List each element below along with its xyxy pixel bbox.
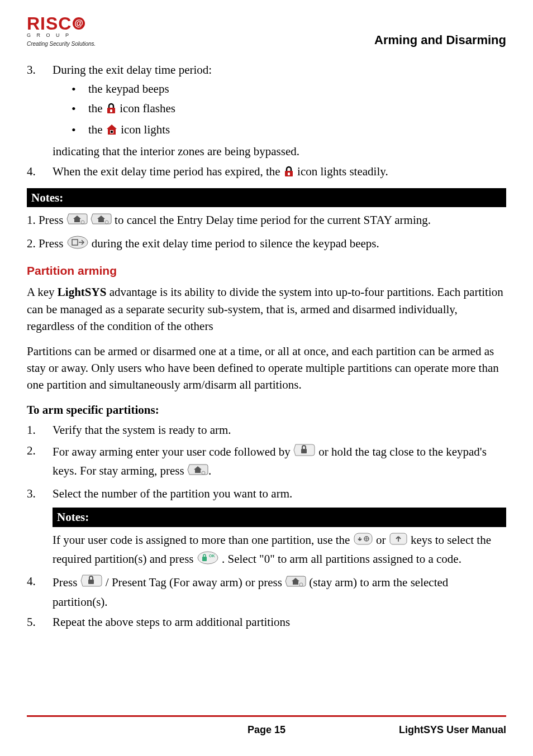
page-footer: Page 15 LightSYS User Manual xyxy=(27,715,506,737)
note-text: during the exit delay time period to sil… xyxy=(92,237,379,250)
notes-heading: Notes: xyxy=(53,508,506,527)
list-text: During the exit delay time period: xyxy=(53,63,212,76)
svg-text:OK: OK xyxy=(209,554,215,558)
list-number: 1. xyxy=(27,422,53,438)
list-text: indicating that the interior zones are b… xyxy=(53,143,506,160)
page-title: Arming and Disarming xyxy=(374,31,506,49)
procedure-list-continued: 3. During the exit delay time period: th… xyxy=(27,61,506,183)
list-number: 3. xyxy=(27,485,53,502)
list-text: Repeat the above steps to arm additional… xyxy=(53,615,290,629)
list-text: Press xyxy=(53,576,80,589)
exit-key-icon xyxy=(66,235,89,254)
logo-text: RISC xyxy=(27,16,72,32)
stay-key-icon xyxy=(66,212,88,231)
svg-rect-16 xyxy=(354,533,372,544)
list-item: 3. Select the number of the partition yo… xyxy=(27,485,506,502)
list-item: 4. Press / Present Tag (For away arm) or… xyxy=(27,573,506,610)
note-text: If your user code is assigned to more th… xyxy=(53,533,353,547)
list-text: the xyxy=(88,123,106,136)
list-number: 5. xyxy=(27,614,53,630)
list-text: the xyxy=(88,102,106,115)
away-arm-key-icon xyxy=(293,442,316,462)
page-number: Page 15 xyxy=(187,722,346,737)
sub-bullet-list: the keypad beeps the icon flashes the xyxy=(72,80,506,140)
list-item: 1. Verify that the system is ready to ar… xyxy=(27,422,506,438)
lock-closed-icon xyxy=(106,102,117,119)
svg-rect-20 xyxy=(202,557,207,561)
list-text: Select the number of the partition you w… xyxy=(53,487,292,500)
footer-rule xyxy=(27,715,506,717)
list-number: 2. xyxy=(27,442,53,482)
page-header: RISC@ G R O U P Creating Security Soluti… xyxy=(27,16,506,49)
list-text: For away arming enter your user code fol… xyxy=(53,445,293,458)
procedure-heading: To arm specific partitions: xyxy=(27,401,506,418)
list-item: the icon lights xyxy=(72,121,506,140)
house-lock-icon xyxy=(106,123,118,140)
product-name: LightSYS xyxy=(58,285,107,299)
list-text: / Present Tag (For away arm) or press xyxy=(106,576,285,589)
svg-rect-1 xyxy=(110,109,112,112)
list-number: 4. xyxy=(27,573,53,610)
logo-subtext: G R O U P xyxy=(27,32,99,39)
note-line: 2. Press during the exit delay time peri… xyxy=(27,235,506,254)
stay-key-icon xyxy=(187,462,208,481)
note-line: 1. Press to cancel the Entry Delay time … xyxy=(27,212,506,231)
text: A key xyxy=(27,285,58,299)
note-text: 1. Press xyxy=(27,213,66,227)
lock-closed-icon xyxy=(283,165,294,182)
svg-rect-13 xyxy=(301,449,307,453)
manual-title: LightSYS User Manual xyxy=(346,722,506,737)
procedure-list: 1. Verify that the system is ready to ar… xyxy=(27,422,506,502)
note-text: or xyxy=(376,533,389,547)
list-item: the icon flashes xyxy=(72,100,506,119)
ok-lock-key-icon: OK xyxy=(197,551,219,570)
note-text: 2. Press xyxy=(27,237,66,250)
list-item: the keypad beeps xyxy=(72,80,506,97)
logo-tagline: Creating Security Solutions. xyxy=(27,40,99,49)
notes-heading: Notes: xyxy=(27,188,506,207)
list-item: 2. For away arming enter your user code … xyxy=(27,442,506,482)
away-arm-key-icon xyxy=(80,573,103,593)
list-text: Verify that the system is ready to arm. xyxy=(53,423,231,437)
brand-logo: RISC@ G R O U P Creating Security Soluti… xyxy=(27,16,99,48)
note-paragraph: If your user code is assigned to more th… xyxy=(53,532,506,570)
list-number: 4. xyxy=(27,163,53,182)
list-item: 4. When the exit delay time period has e… xyxy=(27,163,506,182)
svg-rect-22 xyxy=(88,580,94,584)
list-text: icon lights steadily. xyxy=(297,165,388,178)
stay-key-icon xyxy=(285,574,306,593)
section-heading: Partition arming xyxy=(27,262,506,279)
list-item: 3. During the exit delay time period: th… xyxy=(27,61,506,160)
svg-point-19 xyxy=(198,552,218,564)
logo-swirl-icon: @ xyxy=(73,17,85,30)
paragraph: Partitions can be armed or disarmed one … xyxy=(27,343,506,394)
logo-wordmark: RISC@ xyxy=(27,16,99,32)
stay-key-icon xyxy=(91,212,112,231)
down-scroll-key-icon xyxy=(353,532,373,551)
paragraph: A key LightSYS advantage is its ability … xyxy=(27,284,506,334)
list-text: the keypad beeps xyxy=(88,82,169,95)
svg-rect-4 xyxy=(111,131,113,133)
list-text: When the exit delay time period has expi… xyxy=(53,165,283,178)
list-text: icon lights xyxy=(121,123,170,136)
note-text: to cancel the Entry Delay time period fo… xyxy=(115,213,431,227)
list-text: . xyxy=(208,464,211,477)
svg-rect-6 xyxy=(288,173,290,175)
list-text: icon flashes xyxy=(120,102,175,115)
note-text: . Select "0" to arm all partitions assig… xyxy=(222,552,461,566)
list-number: 3. xyxy=(27,61,53,160)
up-scroll-key-icon xyxy=(389,532,408,551)
procedure-list-continued2: 4. Press / Present Tag (For away arm) or… xyxy=(27,573,506,630)
list-item: 5. Repeat the above steps to arm additio… xyxy=(27,614,506,630)
